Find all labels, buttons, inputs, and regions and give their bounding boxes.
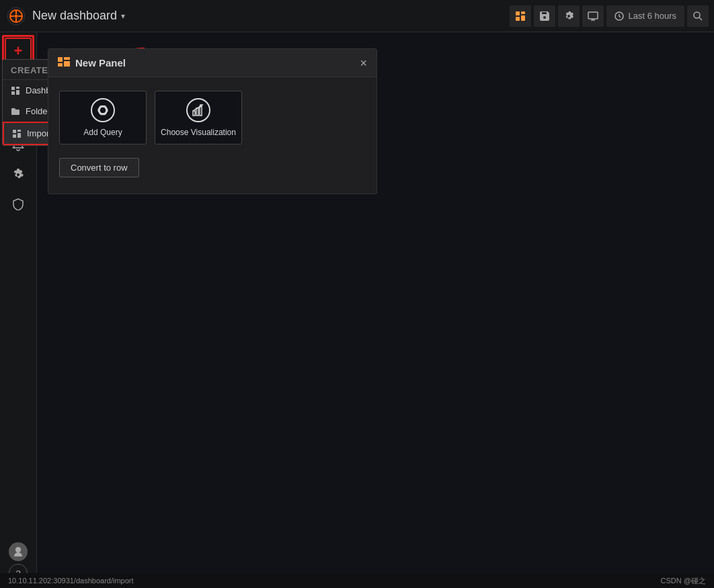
status-url: 10.10.11.202:30931/dashboard/import [8,577,134,585]
svg-rect-8 [521,11,525,14]
convert-to-row-btn[interactable]: Convert to row [59,158,139,177]
add-query-icon [91,98,115,122]
dashboard-title: New dashboard [32,9,117,23]
svg-point-32 [15,547,21,552]
main-content: New Panel × Add Query [37,32,714,588]
status-attribution: CSDN @碰之 [661,576,706,586]
svg-rect-18 [16,87,19,89]
choose-viz-label: Choose Visualization [161,128,236,137]
panel-modal-close-btn[interactable]: × [360,57,367,69]
sidebar-shield-btn[interactable] [5,191,32,218]
svg-rect-17 [11,87,15,90]
svg-rect-11 [588,12,598,19]
create-folder-label: Folder [26,106,50,116]
panel-modal-header: New Panel × [48,49,376,77]
sidebar-config-btn[interactable] [5,161,32,188]
tv-mode-btn[interactable] [582,5,604,27]
svg-rect-36 [58,63,63,67]
svg-rect-10 [516,17,520,21]
import-icon [12,129,22,138]
svg-rect-34 [64,57,70,60]
svg-rect-33 [58,57,63,62]
settings-btn[interactable] [558,5,580,27]
folder-icon [11,107,20,116]
new-panel-modal: New Panel × Add Query [48,48,377,194]
dashboard-icon [11,86,20,95]
top-header: New dashboard ▾ [0,0,714,32]
add-query-label: Add Query [83,128,122,137]
panel-modal-icon [58,56,70,70]
add-query-option[interactable]: Add Query [59,91,147,144]
svg-point-15 [694,12,700,18]
svg-rect-19 [16,90,19,95]
svg-rect-21 [13,130,16,133]
convert-row: Convert to row [59,158,366,177]
search-btn[interactable] [687,5,709,27]
svg-rect-35 [64,61,70,67]
panel-options: Add Query Choose Visualization [59,91,366,144]
svg-rect-7 [516,11,520,15]
left-sidebar: + Create Dashboard Folder [0,32,37,588]
save-btn[interactable] [534,5,555,27]
svg-line-16 [699,17,702,20]
choose-viz-option[interactable]: Choose Visualization [155,91,242,144]
add-btn-container: + Create Dashboard Folder [5,38,32,67]
svg-point-6 [15,14,18,17]
grafana-logo[interactable] [5,5,27,27]
panel-modal-title: New Panel [75,57,360,69]
time-range-btn[interactable]: Last 6 hours [606,5,684,27]
choose-viz-icon [186,98,210,122]
svg-rect-22 [17,130,21,132]
status-bar: 10.10.11.202:30931/dashboard/import CSDN… [0,573,714,588]
svg-rect-9 [521,15,525,21]
panel-modal-body: Add Query Choose Visualization [48,77,376,194]
svg-rect-40 [193,111,195,116]
svg-point-39 [97,104,108,116]
header-title-area: New dashboard ▾ [32,9,510,23]
svg-rect-20 [11,91,15,95]
svg-rect-41 [196,108,198,116]
svg-rect-23 [17,133,21,138]
title-caret[interactable]: ▾ [121,11,125,21]
header-actions: Last 6 hours [510,5,709,27]
add-panel-btn[interactable] [510,5,531,27]
user-avatar[interactable] [9,542,28,561]
svg-rect-24 [13,134,16,138]
time-range-label: Last 6 hours [628,11,676,21]
